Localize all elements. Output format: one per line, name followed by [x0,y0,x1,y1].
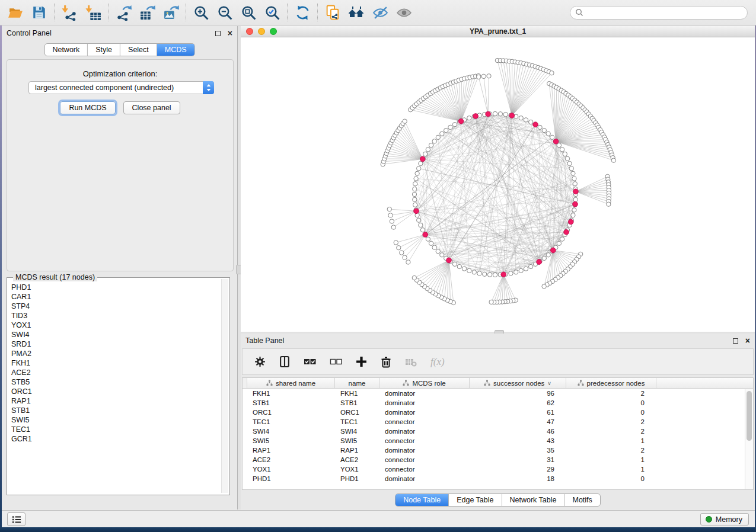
tab-node-table[interactable]: Node Table [395,494,448,506]
table-row[interactable]: SWI4SWI4dominator462 [243,427,753,436]
tab-style[interactable]: Style [87,44,120,56]
network-canvas[interactable] [241,37,755,332]
run-mcds-button[interactable]: Run MCDS [60,101,115,114]
mcds-result-item[interactable]: PMA2 [11,349,221,358]
status-bar: Memory [2,510,755,527]
tab-edge-table[interactable]: Edge Table [448,494,501,506]
mcds-result-list[interactable]: PHD1CAR1STP4TID3YOX1SWI4SRD1PMA2FKH1ACE2… [8,279,221,493]
table-row[interactable]: PHD1PHD1dominator180 [243,474,753,483]
mcds-list-scrollbar[interactable] [221,279,228,493]
import-table-button[interactable] [81,2,105,23]
cell-mcds-role: dominator [379,390,470,397]
network-column-icon [578,380,584,386]
export-table-button[interactable] [135,2,159,23]
column-header-name[interactable]: name [335,378,379,388]
cell-name: ORC1 [335,409,379,416]
table-row[interactable]: TEC1TEC1connector472 [243,417,753,427]
table-row[interactable]: ORC1ORC1dominator610 [243,408,753,417]
optimization-criterion-select[interactable]: largest connected component (undirected) [28,81,214,94]
cell-mcds-role: connector [379,437,470,444]
cell-name: TEC1 [335,418,379,425]
mcds-result-item[interactable]: STB5 [11,377,221,387]
import-network-button[interactable] [58,2,81,23]
row-handle-header [243,378,247,388]
cell-successor-nodes: 35 [470,447,566,454]
mcds-result-item[interactable]: SWI4 [11,330,221,339]
table-row[interactable]: ACE2ACE2connector311 [243,455,753,464]
mcds-result-item[interactable]: STP4 [11,302,221,311]
table-scrollbar-thumb[interactable] [747,391,752,441]
memory-button[interactable]: Memory [700,513,749,525]
table-row[interactable]: YOX1YOX1connector291 [243,464,753,474]
mcds-result-item[interactable]: FKH1 [11,358,221,368]
column-header-successor-nodes[interactable]: successor nodes∨ [470,378,566,388]
desktop-background [0,25,2,527]
float-panel-icon[interactable] [733,338,738,344]
mcds-result-item[interactable]: SWI5 [11,415,221,425]
mcds-result-item[interactable]: PHD1 [11,283,221,292]
mcds-result-item[interactable]: GCR1 [11,434,221,444]
mcds-result-item[interactable]: STB1 [11,406,221,415]
zoom-out-button[interactable] [213,2,237,23]
cell-successor-nodes: 29 [470,466,566,473]
toggle-columns-icon[interactable] [279,356,290,367]
export-network-button[interactable] [111,2,135,23]
save-session-button[interactable] [27,2,51,23]
hide-selected-icon [372,5,388,21]
table-row[interactable]: FKH1FKH1dominator962 [243,389,753,398]
deselect-all-icon[interactable] [330,358,342,366]
close-panel-icon[interactable]: × [228,31,232,36]
tab-network[interactable]: Network [44,44,87,56]
mcds-result-item[interactable]: TID3 [11,311,221,321]
mcds-result-item[interactable]: TEC1 [11,425,221,434]
task-history-button[interactable] [7,512,25,526]
delete-columns-icon[interactable] [381,356,391,368]
first-neighbors-button[interactable] [344,2,368,23]
search-box[interactable] [570,6,748,20]
mcds-result-item[interactable]: YOX1 [11,321,221,330]
select-stepper-icon [203,81,214,94]
zoom-in-button[interactable] [189,2,213,23]
tab-network-table[interactable]: Network Table [502,494,564,506]
hide-selected-button[interactable] [368,2,392,23]
mcds-result-item[interactable]: SRD1 [11,339,221,349]
cell-mcds-role: connector [379,418,470,425]
table-row[interactable]: SWI5SWI5connector431 [243,436,753,446]
tab-select[interactable]: Select [120,44,157,56]
open-session-button[interactable] [4,2,27,23]
column-header-predecessor-nodes[interactable]: predecessor nodes [566,378,656,388]
save-session-icon [31,5,47,20]
mcds-result-item[interactable]: RAP1 [11,396,221,406]
table-settings-icon[interactable] [254,356,266,367]
tab-mcds[interactable]: MCDS [157,44,194,56]
float-panel-icon[interactable] [215,31,221,36]
select-all-icon[interactable] [304,358,316,366]
column-label: MCDS role [412,380,445,387]
table-panel: Table Panel × f(x) shared namenameMCDS r… [241,334,755,509]
mcds-result-item[interactable]: ACE2 [11,368,221,377]
tab-motifs[interactable]: Motifs [564,494,599,506]
new-network-from-selection-button[interactable] [321,2,344,23]
table-scrollbar[interactable] [745,389,753,489]
mcds-result-item[interactable]: CAR1 [11,292,221,302]
close-panel-icon[interactable]: × [745,338,750,344]
table-body: FKH1FKH1dominator962STB1STB1dominator620… [243,389,753,483]
search-input[interactable] [583,8,742,17]
refresh-view-button[interactable] [291,2,314,23]
table-row[interactable]: STB1STB1dominator620 [243,398,753,408]
zoom-selected-button[interactable] [260,2,284,23]
zoom-fit-button[interactable] [237,2,260,23]
add-column-icon[interactable] [356,356,367,367]
cell-successor-nodes: 18 [470,475,566,482]
cell-name: YOX1 [335,466,379,473]
close-panel-button[interactable]: Close panel [123,101,180,114]
cell-shared-name: PHD1 [247,475,335,482]
table-row[interactable]: RAP1RAP1dominator352 [243,446,753,455]
cell-predecessor-nodes: 2 [566,447,656,454]
mcds-result-item[interactable]: ORC1 [11,387,221,396]
export-image-button[interactable] [159,2,183,23]
show-all-button[interactable] [392,2,416,23]
column-header-shared-name[interactable]: shared name [247,378,335,388]
column-label: successor nodes [493,380,544,387]
column-header-MCDS-role[interactable]: MCDS role [379,378,470,388]
